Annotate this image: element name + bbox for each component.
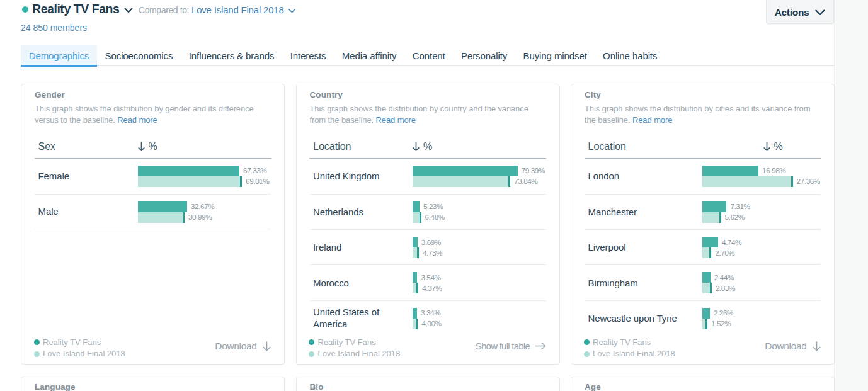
percent-sign: % xyxy=(423,141,432,152)
compared-to-value[interactable]: Love Island Final 2018 xyxy=(191,4,284,15)
legend-label: Love Island Final 2018 xyxy=(318,349,401,358)
legend-item: Love Island Final 2018 xyxy=(584,348,675,360)
column-header-category[interactable]: Location xyxy=(588,141,627,152)
baseline-bar-line: 1.52% xyxy=(702,319,733,329)
baseline-bar xyxy=(413,176,510,187)
baseline-bar-value: 30.99% xyxy=(188,213,212,222)
primary-bar xyxy=(702,166,758,176)
bar-pair: 5.23%6.48% xyxy=(413,201,445,223)
table-row: Birmingham2.44%2.83% xyxy=(585,264,821,300)
column-header-category[interactable]: Sex xyxy=(38,141,56,152)
tab-influencers-brands[interactable]: Influencers & brands xyxy=(181,45,282,66)
legend-dot xyxy=(34,351,40,357)
primary-bar-line: 3.54% xyxy=(413,272,442,283)
column-header-percent[interactable]: % xyxy=(138,141,157,152)
bar-pair: 3.34%4.00% xyxy=(413,308,442,329)
primary-bar-value: 32.67% xyxy=(191,202,214,211)
baseline-bar-line: 4.00% xyxy=(413,319,442,329)
card-bio: Bio xyxy=(296,377,560,391)
primary-bar-value: 67.33% xyxy=(243,166,266,175)
read-more-link[interactable]: Read more xyxy=(376,115,416,125)
primary-bar-line: 79.39% xyxy=(413,166,545,176)
tab-media-affinity[interactable]: Media affinity xyxy=(334,45,404,66)
card-city: CityThis graph shows the distribution by… xyxy=(571,84,835,365)
table-row: Ireland3.69%4.73% xyxy=(310,229,546,264)
download-action[interactable]: Download xyxy=(215,341,271,352)
show-full-table-action[interactable]: Show full table xyxy=(476,341,546,351)
members-count: 24 850 members xyxy=(21,23,87,33)
tab-socioeconomics[interactable]: Socioeconomics xyxy=(97,45,181,66)
column-header-percent[interactable]: % xyxy=(763,141,783,152)
cards-row-bottom: LanguageBioAge xyxy=(21,377,835,391)
primary-bar-line: 5.23% xyxy=(413,201,445,212)
compared-to-label: Compared to: xyxy=(139,5,189,15)
tab-buying-mindset[interactable]: Buying mindset xyxy=(515,45,595,66)
primary-bar-value: 2.44% xyxy=(714,273,734,282)
bar-pair: 67.33%69.01% xyxy=(138,166,270,187)
primary-bar-value: 7.31% xyxy=(730,202,750,211)
tab-interests[interactable]: Interests xyxy=(282,45,334,66)
primary-bar-line: 32.67% xyxy=(138,201,215,212)
legend-item: Reality TV Fans xyxy=(584,336,675,348)
table-rows: London16.98%27.36%Manchester7.31%5.62%Li… xyxy=(585,159,821,336)
read-more-link[interactable]: Read more xyxy=(632,115,672,125)
baseline-bar-value: 1.52% xyxy=(711,319,731,328)
audience-selector[interactable]: Reality TV Fans xyxy=(32,2,133,16)
tab-online-habits[interactable]: Online habits xyxy=(595,45,665,66)
download-action[interactable]: Download xyxy=(765,341,821,352)
arrow-right-icon xyxy=(535,342,546,350)
baseline-bar-line: 4.37% xyxy=(413,283,442,293)
primary-bar-line: 7.31% xyxy=(702,201,750,212)
primary-bar xyxy=(702,272,711,283)
baseline-bar-value: 5.62% xyxy=(725,213,745,222)
actions-button[interactable]: Actions xyxy=(766,0,834,24)
legend-dot xyxy=(309,351,314,357)
card-description: This graph shows the distribution by cit… xyxy=(585,103,823,125)
bar-pair: 3.54%4.37% xyxy=(413,272,442,293)
bar-pair: 7.31%5.62% xyxy=(702,201,750,223)
compared-to-selector[interactable]: Love Island Final 2018 xyxy=(191,4,295,15)
row-label: Netherlands xyxy=(313,195,408,229)
primary-bar xyxy=(702,308,710,319)
table-row: London16.98%27.36% xyxy=(585,159,821,194)
bar-pair: 79.39%73.84% xyxy=(413,166,545,187)
table-row: Male32.67%30.99% xyxy=(35,194,271,229)
chevron-down-icon[interactable] xyxy=(124,8,133,13)
baseline-bar xyxy=(138,212,185,223)
table-row: United States of America3.34%4.00% xyxy=(310,300,546,336)
tab-content[interactable]: Content xyxy=(404,45,453,66)
sort-down-icon xyxy=(413,142,420,152)
baseline-bar-value: 73.84% xyxy=(514,177,537,186)
card-title: Bio xyxy=(310,382,324,391)
tab-personality[interactable]: Personality xyxy=(453,45,515,66)
row-label: Liverpool xyxy=(588,230,699,264)
table-header: Sex% xyxy=(21,141,284,154)
legend-label: Reality TV Fans xyxy=(318,337,376,347)
baseline-bar-value: 4.73% xyxy=(423,249,442,258)
primary-bar-value: 3.34% xyxy=(421,309,440,317)
compared-to-block: Compared to: Love Island Final 2018 xyxy=(139,4,295,15)
primary-bar xyxy=(138,166,240,176)
download-icon xyxy=(262,341,271,352)
primary-bar xyxy=(702,201,726,212)
legend-label: Love Island Final 2018 xyxy=(593,349,675,358)
baseline-bar-line: 69.01% xyxy=(138,176,270,187)
card-title: Gender xyxy=(35,90,65,99)
column-header-percent[interactable]: % xyxy=(413,141,432,152)
baseline-bar xyxy=(702,283,712,293)
card-country: CountryThis graph shows the distribution… xyxy=(296,84,560,365)
legend-dot xyxy=(584,339,590,345)
tab-demographics[interactable]: Demographics xyxy=(21,45,97,66)
page-right-margin xyxy=(834,0,868,391)
sort-down-icon xyxy=(138,142,145,152)
card-language: Language xyxy=(21,377,285,391)
baseline-bar-value: 27.36% xyxy=(797,177,820,186)
column-header-category[interactable]: Location xyxy=(313,141,351,152)
audience-name[interactable]: Reality TV Fans xyxy=(32,2,119,16)
table-rows: United Kingdom79.39%73.84%Netherlands5.2… xyxy=(310,159,546,336)
primary-bar-value: 5.23% xyxy=(423,202,443,211)
legend-item: Love Island Final 2018 xyxy=(34,348,125,360)
read-more-link[interactable]: Read more xyxy=(117,115,157,125)
card-footer-label: Download xyxy=(215,341,256,352)
chevron-down-icon[interactable] xyxy=(288,9,295,13)
